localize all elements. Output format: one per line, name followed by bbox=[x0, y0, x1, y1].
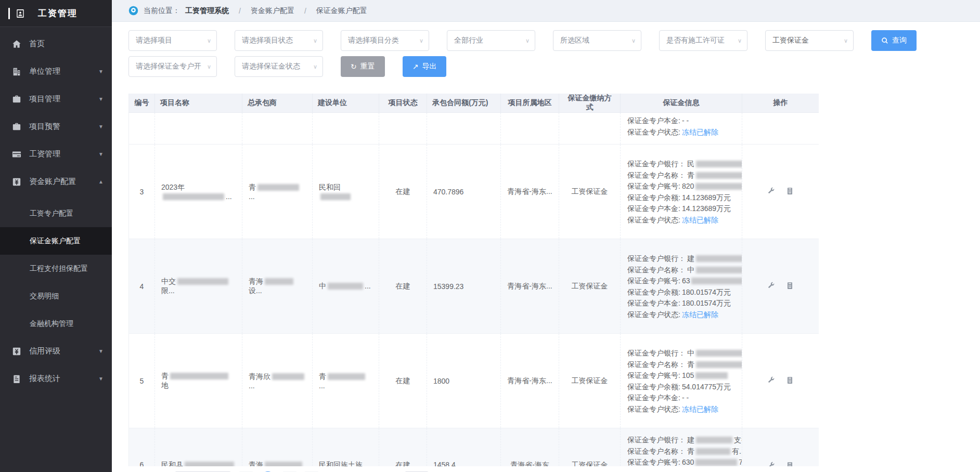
redacted-text bbox=[257, 184, 299, 191]
chevron-up-icon: ▲ bbox=[98, 179, 104, 185]
col-header-status: 项目状态 bbox=[379, 94, 427, 113]
deposit-status-link[interactable]: 冻结已解除 bbox=[682, 216, 718, 224]
col-header-amount: 承包合同额(万元) bbox=[427, 94, 501, 113]
deposit-method-cell: 工资保证金 bbox=[559, 239, 621, 334]
configure-wrench-icon[interactable] bbox=[767, 462, 775, 466]
breadcrumb-separator: / bbox=[239, 7, 241, 15]
reset-button[interactable]: ↻ 重置 bbox=[341, 56, 385, 77]
project-category-select[interactable]: 请选择项目分类∨ bbox=[341, 30, 429, 51]
chevron-down-icon: ∨ bbox=[313, 37, 317, 44]
search-icon bbox=[881, 37, 888, 44]
redacted-text bbox=[696, 267, 742, 273]
deposit-account-bank-select[interactable]: 请选择保证金专户开∨ bbox=[128, 56, 217, 77]
chevron-down-icon: ▼ bbox=[98, 69, 104, 74]
redacted-text bbox=[695, 372, 728, 379]
configure-wrench-icon[interactable] bbox=[767, 282, 775, 290]
industry-select[interactable]: 全部行业∨ bbox=[447, 30, 535, 51]
chevron-down-icon: ▼ bbox=[98, 348, 104, 354]
sidebar-item-payment-guarantee-config[interactable]: 工程支付担保配置 bbox=[0, 255, 112, 282]
redacted-text bbox=[696, 350, 742, 357]
contract-amount-cell: 1800 bbox=[427, 334, 501, 428]
col-header-actions: 操作 bbox=[742, 94, 819, 113]
deposit-status-link[interactable]: 冻结已解除 bbox=[682, 128, 718, 136]
deposit-type-select[interactable]: 工资保证金∨ bbox=[765, 30, 854, 51]
region-select[interactable]: 所选区域∨ bbox=[553, 30, 641, 51]
region-cell: 青海省-海东... bbox=[501, 334, 559, 428]
briefcase-alert-icon bbox=[11, 122, 22, 132]
contract-amount-cell: 15399.23 bbox=[427, 239, 501, 334]
chevron-down-icon: ▼ bbox=[98, 96, 104, 102]
deposit-status-link[interactable]: 冻结已解除 bbox=[682, 405, 718, 413]
export-button[interactable]: ↗ 导出 bbox=[403, 56, 447, 77]
redacted-text bbox=[177, 278, 228, 285]
building-icon bbox=[11, 67, 22, 77]
chevron-down-icon: ∨ bbox=[631, 37, 636, 44]
deposit-table-container: 编号 项目名称 总承包商 建设单位 项目状态 承包合同额(万元) 项目所属地区 … bbox=[128, 94, 819, 466]
sidebar-item-wage-account-config[interactable]: 工资专户配置 bbox=[0, 200, 112, 227]
table-row: 3 2023年... 青... 民和回 在建 470.7896 青海省-海东..… bbox=[129, 145, 819, 239]
sidebar-item-projects[interactable]: 项目管理 ▼ bbox=[0, 85, 112, 113]
project-select[interactable]: 请选择项目∨ bbox=[128, 30, 217, 51]
detail-doc-icon[interactable] bbox=[786, 187, 794, 195]
contract-amount-cell: 470.7896 bbox=[427, 145, 501, 239]
sidebar-item-reports[interactable]: 报表统计 ▼ bbox=[0, 365, 112, 392]
chevron-down-icon: ▼ bbox=[98, 151, 104, 157]
redacted-text bbox=[328, 283, 363, 290]
redacted-text bbox=[696, 437, 732, 443]
detail-doc-icon[interactable] bbox=[786, 462, 794, 466]
project-name-cell: 青地 bbox=[155, 334, 242, 428]
project-status-cell: 在建 bbox=[379, 334, 427, 428]
chevron-down-icon: ∨ bbox=[419, 37, 423, 44]
col-header-deposit-info: 保证金信息 bbox=[621, 94, 742, 113]
deposit-info-cell: 保证金专户银行：建支行 保证金专户名称：青有... 保证金专户账号:630700… bbox=[621, 428, 742, 467]
chevron-down-icon: ▼ bbox=[98, 124, 104, 129]
sidebar-item-home[interactable]: 首页 bbox=[0, 30, 112, 58]
project-name-cell: 2023年... bbox=[155, 145, 242, 239]
region-cell: 青海省-海东 bbox=[501, 428, 559, 467]
export-arrow-icon: ↗ bbox=[412, 63, 419, 70]
sidebar-item-credit-rating[interactable]: 信用评级 ▼ bbox=[0, 337, 112, 365]
badge-logo-icon bbox=[15, 8, 25, 19]
project-name-cell: 民和县 bbox=[155, 428, 242, 467]
sidebar-item-transaction-detail[interactable]: 交易明细 bbox=[0, 282, 112, 310]
builder-cell: 民和回族土族自... bbox=[313, 428, 379, 467]
redacted-text bbox=[695, 183, 742, 190]
deposit-status-select[interactable]: 请选择保证金状态∨ bbox=[235, 56, 323, 77]
deposit-method-cell: 工资保证金 bbox=[559, 334, 621, 428]
search-button[interactable]: 查询 bbox=[871, 30, 917, 51]
redacted-text bbox=[696, 172, 742, 179]
detail-doc-icon[interactable] bbox=[786, 376, 794, 384]
sidebar-item-units[interactable]: 单位管理 ▼ bbox=[0, 58, 112, 85]
deposit-info-cell: 保证金专户银行：建 保证金专户名称：中 保证金专户账号:63 保证金专户余额:1… bbox=[621, 239, 742, 334]
filter-row-2: 请选择保证金专户开∨ 请选择保证金状态∨ ↻ 重置 ↗ 导出 bbox=[128, 56, 980, 77]
briefcase-icon bbox=[11, 94, 22, 104]
redacted-text bbox=[691, 278, 742, 284]
sidebar-item-deposit-account-config[interactable]: 保证金账户配置 bbox=[0, 227, 112, 255]
sidebar-item-wages[interactable]: 工资管理 ▼ bbox=[0, 140, 112, 168]
construction-permit-select[interactable]: 是否有施工许可证∨ bbox=[659, 30, 747, 51]
actions-cell bbox=[742, 239, 819, 334]
chevron-down-icon: ∨ bbox=[313, 63, 317, 70]
redacted-text bbox=[272, 373, 304, 380]
detail-doc-icon[interactable] bbox=[786, 282, 794, 290]
sidebar-item-fund-accounts[interactable]: 资金账户配置 ▲ bbox=[0, 168, 112, 195]
configure-wrench-icon[interactable] bbox=[767, 376, 775, 384]
sidebar-item-financial-institutions[interactable]: 金融机构管理 bbox=[0, 310, 112, 337]
region-cell: 青海省-海东... bbox=[501, 145, 559, 239]
deposit-info-cell: 保证金专户本金:- - 保证金专户状态:冻结已解除 bbox=[621, 113, 742, 145]
breadcrumb-separator: / bbox=[304, 7, 306, 15]
refresh-icon: ↻ bbox=[351, 63, 357, 70]
contract-amount-cell: 1458.4 bbox=[427, 428, 501, 467]
redacted-text bbox=[328, 373, 365, 380]
app-logo: 工资管理 bbox=[0, 0, 112, 27]
project-name-cell: 中交限... bbox=[155, 239, 242, 334]
col-header-project-name: 项目名称 bbox=[155, 94, 242, 113]
deposit-status-link[interactable]: 冻结已解除 bbox=[682, 310, 718, 319]
configure-wrench-icon[interactable] bbox=[767, 187, 775, 195]
actions-cell bbox=[742, 145, 819, 239]
project-status-select[interactable]: 请选择项目状态∨ bbox=[235, 30, 323, 51]
sidebar-item-project-warning[interactable]: 项目预警 ▼ bbox=[0, 113, 112, 140]
breadcrumb-level1[interactable]: 资金账户配置 bbox=[251, 6, 294, 16]
app-window: 工资管理 首页 单位管理 ▼ 项目管理 ▼ bbox=[0, 0, 980, 472]
contractor-cell: 青... bbox=[242, 145, 313, 239]
